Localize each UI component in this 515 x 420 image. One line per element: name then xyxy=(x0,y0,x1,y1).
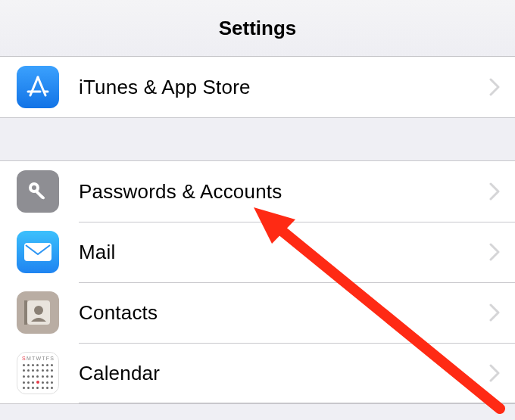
row-mail[interactable]: Mail xyxy=(0,222,515,282)
row-label: Passwords & Accounts xyxy=(79,180,489,204)
row-itunes-appstore[interactable]: iTunes & App Store xyxy=(0,57,515,117)
row-label: Mail xyxy=(79,241,489,264)
chevron-right-icon xyxy=(489,78,500,96)
row-passwords-accounts[interactable]: Passwords & Accounts xyxy=(0,161,515,222)
contacts-icon xyxy=(17,291,59,334)
chevron-right-icon xyxy=(489,303,500,322)
group-spacer xyxy=(0,118,515,160)
chevron-right-icon xyxy=(489,243,500,261)
settings-group-2: Passwords & Accounts Mail Contacts SMTWT… xyxy=(0,160,515,404)
settings-group-1: iTunes & App Store xyxy=(0,57,515,118)
row-calendar[interactable]: SMTWTFS Calendar xyxy=(0,343,515,403)
svg-point-5 xyxy=(32,185,36,190)
mail-icon xyxy=(17,231,59,273)
page-title: Settings xyxy=(219,17,297,40)
svg-point-11 xyxy=(34,306,43,315)
row-label: Calendar xyxy=(79,362,489,385)
svg-rect-8 xyxy=(24,243,52,261)
chevron-right-icon xyxy=(489,182,500,201)
row-label: Contacts xyxy=(79,301,489,325)
header: Settings xyxy=(0,0,515,57)
row-label: iTunes & App Store xyxy=(79,76,489,99)
calendar-icon: SMTWTFS xyxy=(17,352,59,394)
row-contacts[interactable]: Contacts xyxy=(0,282,515,343)
appstore-icon xyxy=(17,66,59,108)
svg-rect-10 xyxy=(24,300,27,325)
chevron-right-icon xyxy=(489,364,500,382)
key-icon xyxy=(17,170,59,213)
